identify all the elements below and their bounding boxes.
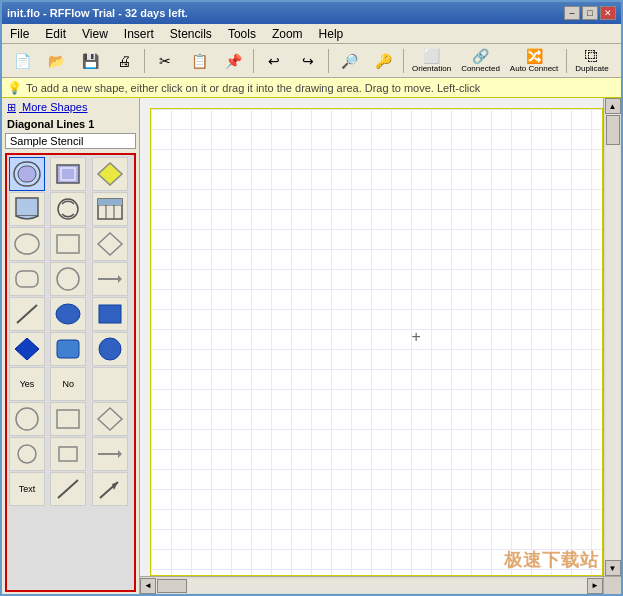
open-icon: 📂 [48, 54, 65, 68]
save-icon: 💾 [82, 54, 99, 68]
menu-help[interactable]: Help [311, 26, 352, 41]
toolbar-sep-5 [566, 49, 567, 73]
new-button[interactable]: 📄 [6, 46, 38, 76]
stencil-cell-circle-arrows[interactable] [50, 192, 86, 226]
save-button[interactable]: 💾 [74, 46, 106, 76]
stencil-cell-oval-filled[interactable] [50, 297, 86, 331]
cut-button[interactable]: ✂ [149, 46, 181, 76]
flowchart-process-icon [54, 161, 82, 187]
paste-button[interactable]: 📌 [217, 46, 249, 76]
stencil-cell-arrow-right-2[interactable] [92, 437, 128, 471]
h-scroll-thumb[interactable] [157, 579, 187, 593]
scroll-left-button[interactable]: ◄ [140, 578, 156, 594]
no-text: No [63, 379, 75, 389]
stencil-cell-rect-filled[interactable] [92, 297, 128, 331]
stencil-cell-circle-filled[interactable] [92, 332, 128, 366]
copy-button[interactable]: 📋 [183, 46, 215, 76]
svg-point-28 [18, 445, 36, 463]
minimize-button[interactable]: – [564, 6, 580, 20]
find-button[interactable]: 🔎 [333, 46, 365, 76]
flowchart-decision-icon [96, 161, 124, 187]
svg-marker-18 [118, 275, 122, 283]
more-shapes-label: More Shapes [22, 101, 87, 113]
circle-sm-outline-icon [13, 441, 41, 467]
keep-connected-label: Connected [461, 64, 500, 73]
auto-connect-button[interactable]: 🔀 Auto Connect [506, 46, 562, 76]
toolbar: 📄 📂 💾 🖨 ✂ 📋 📌 ↩ ↪ 🔎 [2, 44, 621, 78]
scroll-up-button[interactable]: ▲ [605, 98, 621, 114]
stencil-cell-flowchart-decision[interactable] [92, 157, 128, 191]
stencil-cell-no-label[interactable]: No [50, 367, 86, 401]
scroll-right-button[interactable]: ► [587, 578, 603, 594]
stencil-cell-rounded-rect[interactable] [9, 262, 45, 296]
stencil-cell-arrow-right[interactable] [92, 262, 128, 296]
drawing-area[interactable]: ▲ ▼ ◄ ► 极速下载站 [140, 98, 621, 594]
v-scroll-thumb[interactable] [606, 115, 620, 145]
duplicate-button[interactable]: ⿻ Duplicate [571, 46, 612, 76]
rect-blue-icon [54, 336, 82, 362]
maximize-button[interactable]: □ [582, 6, 598, 20]
open-button[interactable]: 📂 [40, 46, 72, 76]
menu-stencils[interactable]: Stencils [162, 26, 220, 41]
svg-point-12 [15, 234, 39, 254]
watermark: 极速下载站 [504, 548, 599, 572]
stencil-cell-circle-lg-outline[interactable] [9, 402, 45, 436]
menu-insert[interactable]: Insert [116, 26, 162, 41]
redo-button[interactable]: ↪ [292, 46, 324, 76]
menu-zoom[interactable]: Zoom [264, 26, 311, 41]
orientation-button[interactable]: ⬜ Orientation [408, 46, 455, 76]
svg-rect-13 [57, 235, 79, 253]
close-button[interactable]: ✕ [600, 6, 616, 20]
v-scroll-track[interactable] [606, 114, 620, 560]
menu-tools[interactable]: Tools [220, 26, 264, 41]
svg-point-25 [16, 408, 38, 430]
menu-edit[interactable]: Edit [37, 26, 74, 41]
rounded-rect-icon [13, 266, 41, 292]
stencil-cell-table[interactable] [92, 192, 128, 226]
print-button[interactable]: 🖨 [108, 46, 140, 76]
menu-bar: File Edit View Insert Stencils Tools Zoo… [2, 24, 621, 44]
stencil-cell-text-label[interactable]: Text [9, 472, 45, 506]
stencil-cell-rect-lg-outline[interactable] [50, 402, 86, 436]
auto-connect-icon: 🔀 [526, 49, 543, 63]
stencil-cell-arrow-diag[interactable] [92, 472, 128, 506]
stencil-cell-flowchart-process[interactable] [50, 157, 86, 191]
stencil-cell-slash-line[interactable] [9, 297, 45, 331]
rect-lg-outline-icon [54, 406, 82, 432]
menu-view[interactable]: View [74, 26, 116, 41]
section-label: Diagonal Lines 1 [2, 117, 139, 131]
stencil-cell-empty-1[interactable] [92, 367, 128, 401]
stencil-cell-circle-sm-outline[interactable] [9, 437, 45, 471]
undo-button[interactable]: ↩ [258, 46, 290, 76]
svg-rect-21 [99, 305, 121, 323]
stencil-cell-rect-blue[interactable] [50, 332, 86, 366]
stencil-cell-rect-outline[interactable] [50, 227, 86, 261]
stencil-cell-diamond-lg-outline[interactable] [92, 402, 128, 436]
info-bar: 💡 To add a new shape, either click on it… [2, 78, 621, 98]
stencil-cell-diamond-filled[interactable] [9, 332, 45, 366]
svg-rect-11 [98, 199, 122, 205]
svg-rect-5 [16, 198, 38, 216]
shapes-icon: ⊞ [7, 101, 16, 113]
stencil-cell-document[interactable] [9, 192, 45, 226]
menu-file[interactable]: File [2, 26, 37, 41]
keep-connected-icon: 🔗 [472, 49, 489, 63]
stencil-cell-rect-sm-outline[interactable] [50, 437, 86, 471]
replace-button[interactable]: 🔑 [367, 46, 399, 76]
rect-outline-icon [54, 231, 82, 257]
stencil-cell-oval-outline[interactable] [9, 227, 45, 261]
more-shapes-link[interactable]: ⊞ More Shapes [2, 98, 139, 117]
svg-line-19 [17, 305, 37, 323]
stencil-cell-slash-line-2[interactable] [50, 472, 86, 506]
stencil-cell-circle-outline[interactable] [50, 262, 86, 296]
h-scroll-track[interactable] [156, 579, 587, 593]
info-text: To add a new shape, either click on it o… [26, 82, 480, 94]
stencil-cell-flowchart-start[interactable] [9, 157, 45, 191]
svg-rect-1 [18, 166, 36, 182]
scroll-down-button[interactable]: ▼ [605, 560, 621, 576]
drawing-canvas[interactable] [150, 108, 603, 576]
stencil-cell-diamond-outline[interactable] [92, 227, 128, 261]
flowchart-start-icon [13, 161, 41, 187]
keep-connected-button[interactable]: 🔗 Connected [457, 46, 504, 76]
stencil-cell-yes-label[interactable]: Yes [9, 367, 45, 401]
